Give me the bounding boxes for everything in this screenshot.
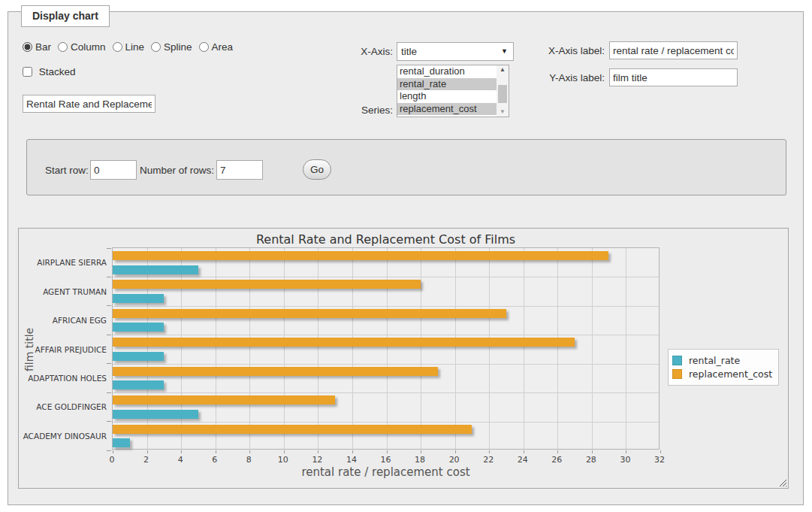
x-axis-tick bbox=[489, 450, 490, 453]
radio-column[interactable] bbox=[58, 42, 68, 52]
series-listbox[interactable]: rental_durationrental_ratelengthreplacem… bbox=[397, 65, 509, 117]
series-option-replacement_cost[interactable]: replacement_cost bbox=[397, 103, 497, 116]
gridline-vertical bbox=[557, 248, 558, 449]
x-axis-tick bbox=[147, 450, 148, 453]
x-tick-label: 20 bbox=[449, 455, 460, 465]
radio-spline-label[interactable]: Spline bbox=[164, 41, 192, 53]
bar-replacement_cost bbox=[113, 280, 421, 289]
bar-rental_rate bbox=[113, 438, 130, 447]
x-axis-label-caption: X-Axis label: bbox=[533, 45, 605, 56]
stacked-checkbox[interactable] bbox=[23, 67, 32, 77]
row-range-panel: Start row: Number of rows: Go bbox=[26, 139, 786, 195]
x-tick-label: 4 bbox=[178, 455, 183, 465]
bar-replacement_cost bbox=[113, 425, 472, 434]
bar-rental_rate bbox=[113, 352, 164, 361]
scroll-down-icon[interactable]: ▼ bbox=[497, 108, 509, 117]
x-axis-tick bbox=[557, 450, 558, 453]
series-option-length[interactable]: length bbox=[397, 90, 497, 103]
number-of-rows-label: Number of rows: bbox=[140, 165, 214, 176]
legend-entry-rental_rate: rental_rate bbox=[672, 355, 772, 366]
bar-replacement_cost bbox=[113, 367, 438, 376]
category-label: ADAPTATION HOLES bbox=[21, 374, 107, 383]
x-axis-selected-value: title bbox=[401, 46, 417, 57]
series-option-rental_duration[interactable]: rental_duration bbox=[397, 65, 497, 78]
display-chart-page: Display chart Bar Column Line Spline Are… bbox=[0, 0, 812, 512]
bar-rental_rate bbox=[113, 294, 164, 303]
x-axis-tick bbox=[181, 450, 182, 453]
x-axis-tick bbox=[455, 450, 456, 453]
x-tick-label: 6 bbox=[212, 455, 217, 465]
chart-title-input[interactable] bbox=[23, 95, 155, 113]
fieldset-legend: Display chart bbox=[21, 5, 110, 27]
gridline-vertical bbox=[216, 248, 216, 449]
gridline-horizontal bbox=[113, 335, 659, 335]
chart-legend: rental_ratereplacement_cost bbox=[668, 349, 779, 386]
x-axis-select-label: X-Axis: bbox=[331, 46, 393, 57]
category-label: AFRICAN EGG bbox=[21, 316, 107, 325]
series-select-label: Series: bbox=[342, 105, 393, 116]
x-axis-tick bbox=[113, 450, 113, 453]
x-tick-label: 22 bbox=[483, 455, 494, 465]
x-axis-tick bbox=[249, 450, 250, 453]
gridline-vertical bbox=[421, 248, 421, 449]
x-tick-label: 12 bbox=[312, 455, 322, 465]
resize-grip-icon[interactable] bbox=[778, 478, 786, 486]
radio-line[interactable] bbox=[113, 42, 122, 52]
category-label: AGENT TRUMAN bbox=[21, 287, 107, 296]
category-label: AFFAIR PREJUDICE bbox=[21, 345, 107, 354]
radio-column-label[interactable]: Column bbox=[71, 41, 106, 53]
y-axis-tick bbox=[107, 392, 111, 393]
gridline-horizontal bbox=[113, 392, 659, 393]
start-row-label: Start row: bbox=[45, 165, 89, 176]
gridline-vertical bbox=[181, 248, 182, 449]
gridline-vertical bbox=[352, 248, 353, 449]
radio-bar[interactable] bbox=[23, 42, 32, 52]
number-of-rows-input[interactable] bbox=[216, 160, 263, 180]
y-axis-tick bbox=[107, 363, 111, 364]
y-axis-tick bbox=[107, 248, 111, 249]
scroll-up-icon[interactable]: ▲ bbox=[497, 65, 509, 74]
radio-spline[interactable] bbox=[151, 42, 161, 52]
x-tick-label: 32 bbox=[654, 455, 665, 465]
x-axis-tick bbox=[284, 450, 285, 453]
scrollbar-thumb[interactable] bbox=[498, 85, 507, 103]
listbox-scrollbar[interactable]: ▲ ▼ bbox=[497, 65, 509, 117]
gridline-vertical bbox=[318, 248, 318, 449]
chart-container: Rental Rate and Replacement Cost of Film… bbox=[18, 228, 789, 489]
gridline-horizontal bbox=[113, 422, 659, 423]
x-axis-label-input[interactable] bbox=[609, 41, 738, 59]
radio-bar-label[interactable]: Bar bbox=[35, 41, 51, 53]
gridline-horizontal bbox=[113, 306, 659, 307]
x-axis-tick bbox=[421, 450, 421, 453]
start-row-input[interactable] bbox=[90, 160, 137, 180]
bar-rental_rate bbox=[113, 410, 198, 419]
gridline-vertical bbox=[592, 248, 593, 449]
gridline-vertical bbox=[147, 248, 148, 449]
chevron-down-icon: ▼ bbox=[501, 43, 508, 60]
series-option-rental_rate[interactable]: rental_rate bbox=[397, 78, 497, 91]
y-axis-label-input[interactable] bbox=[609, 68, 738, 86]
x-axis-select[interactable]: title ▼ bbox=[397, 42, 514, 61]
x-axis-tick bbox=[387, 450, 388, 453]
bar-replacement_cost bbox=[113, 395, 335, 404]
legend-swatch-icon bbox=[672, 356, 682, 365]
radio-area-label[interactable]: Area bbox=[212, 41, 234, 53]
go-button[interactable]: Go bbox=[303, 159, 331, 180]
x-axis-tick bbox=[660, 450, 661, 453]
legend-label: rental_rate bbox=[689, 355, 740, 366]
bar-rental_rate bbox=[113, 323, 164, 332]
x-axis-tick bbox=[524, 450, 524, 453]
gridline-vertical bbox=[284, 248, 285, 449]
radio-area[interactable] bbox=[199, 42, 209, 52]
x-tick-label: 14 bbox=[346, 455, 357, 465]
stacked-label[interactable]: Stacked bbox=[39, 66, 76, 77]
y-axis-tick bbox=[107, 335, 111, 335]
category-label: AIRPLANE SIERRA bbox=[21, 258, 107, 267]
legend-entry-replacement_cost: replacement_cost bbox=[672, 368, 772, 380]
bar-replacement_cost bbox=[113, 338, 575, 347]
y-axis-tick bbox=[107, 305, 111, 306]
gridline-vertical bbox=[489, 248, 490, 449]
gridline-vertical bbox=[249, 248, 250, 449]
radio-line-label[interactable]: Line bbox=[125, 41, 145, 53]
gridline-vertical bbox=[626, 248, 626, 449]
